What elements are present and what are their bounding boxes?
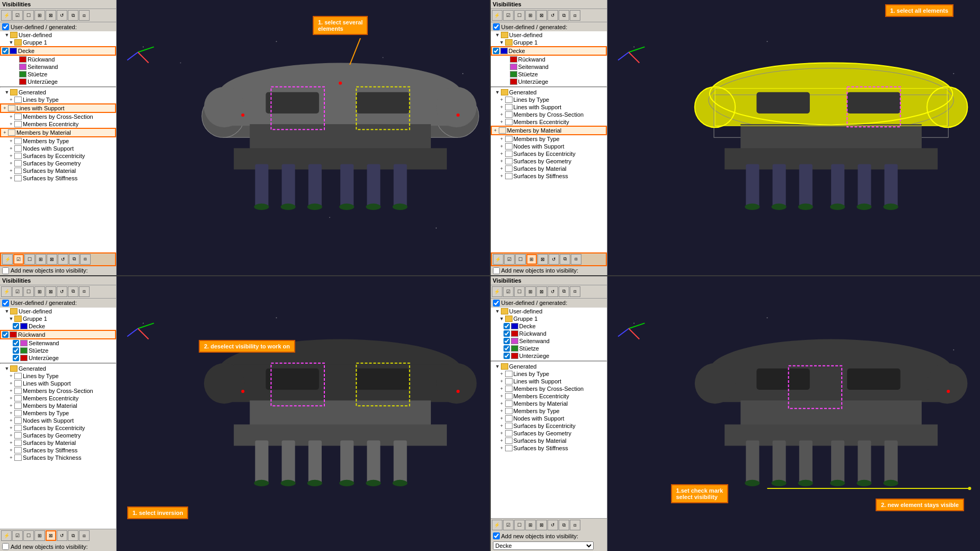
tree-item-bl-rueck[interactable]: Rückwand — [0, 330, 116, 339]
tree-item-tl-seit[interactable]: Seitenwand — [0, 63, 116, 71]
expander-br-g5[interactable]: + — [499, 401, 505, 406]
expander-br-g7[interactable]: + — [499, 416, 505, 421]
add-new-checkbox-tr[interactable] — [493, 267, 500, 274]
expander-br-g9[interactable]: + — [499, 431, 505, 436]
tree-item-tl-g8[interactable]: + Surfaces by Eccentricity — [0, 152, 116, 160]
tb-br-1[interactable]: ⚡ — [492, 286, 502, 297]
tb-tr-8[interactable]: ⧈ — [570, 10, 580, 21]
tree-item-br-g4[interactable]: + Members Eccentricity — [491, 392, 607, 400]
btb-tl-2[interactable]: ☑ — [13, 254, 24, 265]
expander-bl-g11[interactable]: + — [8, 448, 14, 453]
add-new-checkbox-bl[interactable] — [2, 543, 9, 550]
expander-tr-g8[interactable]: + — [499, 151, 505, 156]
btb-bl-8[interactable]: ⧈ — [79, 530, 90, 541]
tree-item-bl-1[interactable]: ▼ Gruppe 1 — [0, 315, 116, 322]
user-defined-check-tl[interactable]: User-defined / generated: — [0, 22, 116, 31]
tree-item-tr-decke[interactable]: Decke — [491, 46, 607, 56]
tb-tr-4[interactable]: ⊞ — [525, 10, 536, 21]
tree-item-bl-stuetze[interactable]: Stüetze — [0, 347, 116, 354]
tb-tl-6[interactable]: ↺ — [57, 10, 67, 21]
user-defined-check-bl[interactable]: User-defined / generated: — [0, 299, 116, 308]
tb-bl-7[interactable]: ⧉ — [68, 286, 78, 297]
tree-item-tl-g5[interactable]: + Members by Material — [0, 128, 116, 137]
expander-br-g10[interactable]: + — [499, 438, 505, 443]
tb-br-5[interactable]: ⊠ — [536, 286, 547, 297]
expander-bl-g7[interactable]: + — [8, 418, 14, 423]
btb-bl-1[interactable]: ⚡ — [1, 530, 12, 541]
btb-tl-5[interactable]: ⊠ — [47, 254, 57, 265]
tree-item-bl-g7[interactable]: + Nodes with Support — [0, 417, 116, 424]
expander-bl-g4[interactable]: + — [8, 396, 14, 401]
tree-item-tr-0[interactable]: ▼ User-defined — [491, 31, 607, 39]
check-tr-decke[interactable] — [493, 48, 499, 54]
expander-tr-g5[interactable]: + — [493, 128, 498, 133]
tree-item-br-0[interactable]: ▼ User-defined — [491, 308, 607, 315]
tree-item-tr-unter[interactable]: Unterzüege — [491, 78, 607, 85]
tree-item-br-g10[interactable]: + Surfaces by Material — [491, 437, 607, 444]
tree-item-tr-g11[interactable]: + Surfaces by Stiffness — [491, 172, 607, 180]
expander-br-g8[interactable]: + — [499, 423, 505, 428]
expander-tr-g7[interactable]: + — [499, 144, 505, 149]
check-br-unter[interactable] — [504, 353, 510, 359]
expander-tr-g3[interactable]: + — [499, 112, 505, 117]
check-br-decke[interactable] — [504, 323, 510, 329]
tree-item-tr-g1[interactable]: + Lines by Type — [491, 96, 607, 103]
tree-item-br-g3[interactable]: + Members by Cross-Section — [491, 385, 607, 392]
btb-br-8[interactable]: ⧈ — [570, 520, 580, 530]
tree-item-bl-g4[interactable]: + Members Eccentricity — [0, 395, 116, 402]
check-bl-unter[interactable] — [13, 355, 19, 361]
expander-br-g2[interactable]: + — [499, 379, 505, 384]
btb-br-6[interactable]: ↺ — [548, 520, 558, 530]
tree-item-bl-g9[interactable]: + Surfaces by Geometry — [0, 432, 116, 439]
tree-item-br-seit[interactable]: Seitenwand — [491, 337, 607, 345]
btb-br-7[interactable]: ⧉ — [559, 520, 569, 530]
expander-bl-g10[interactable]: + — [8, 440, 14, 445]
expander-bl-g12[interactable]: + — [8, 455, 14, 460]
tree-item-tl-0[interactable]: ▼ User-defined — [0, 31, 116, 39]
tree-item-tr-g10[interactable]: + Surfaces by Material — [491, 165, 607, 172]
user-defined-check-br[interactable]: User-defined / generated: — [491, 299, 607, 308]
expander-br-1[interactable]: ▼ — [499, 316, 505, 321]
tree-item-br-g7[interactable]: + Nodes with Support — [491, 415, 607, 422]
check-br-seit[interactable] — [504, 338, 510, 344]
tb-br-6[interactable]: ↺ — [548, 286, 558, 297]
tb-bl-5[interactable]: ⊠ — [46, 286, 56, 297]
btb-tr-7[interactable]: ⧉ — [560, 254, 570, 265]
tree-item-tr-g4[interactable]: + Members Eccentricity — [491, 118, 607, 126]
tree-item-tl-g3[interactable]: + Members by Cross-Section — [0, 113, 116, 120]
tree-item-tl-g6[interactable]: + Members by Type — [0, 137, 116, 145]
tb-tr-7[interactable]: ⧉ — [559, 10, 569, 21]
tb-tr-2[interactable]: ☑ — [503, 10, 514, 21]
btb-tl-6[interactable]: ↺ — [58, 254, 68, 265]
tree-item-bl-seit[interactable]: Seitenwand — [0, 339, 116, 347]
expander-bl-g9[interactable]: + — [8, 433, 14, 438]
btb-bl-2[interactable]: ☑ — [12, 530, 23, 541]
btb-bl-7[interactable]: ⧉ — [68, 530, 78, 541]
expander-tl-gen[interactable]: ▼ — [4, 90, 10, 95]
add-new-checkbox-tl[interactable] — [2, 267, 9, 274]
tree-item-tl-g2[interactable]: + Lines with Support — [0, 103, 116, 113]
tree-item-br-1[interactable]: ▼ Gruppe 1 — [491, 315, 607, 322]
expander-br-g11[interactable]: + — [499, 445, 505, 451]
expander-bl-1[interactable]: ▼ — [8, 316, 14, 321]
btb-tr-1[interactable]: ⚡ — [493, 254, 504, 265]
expander-tl-g9[interactable]: + — [8, 161, 14, 166]
btb-br-1[interactable]: ⚡ — [492, 520, 502, 530]
tb-br-2[interactable]: ☑ — [503, 286, 514, 297]
expander-tr-g2[interactable]: + — [499, 104, 505, 110]
tree-item-br-g11[interactable]: + Surfaces by Stiffness — [491, 444, 607, 452]
tb-tl-4[interactable]: ⊞ — [34, 10, 45, 21]
tb-br-4[interactable]: ⊞ — [525, 286, 536, 297]
tree-bl[interactable]: ▼ User-defined ▼ Gruppe 1 Decke Rückwand — [0, 308, 116, 529]
tree-item-tr-g8[interactable]: + Surfaces by Eccentricity — [491, 150, 607, 158]
btb-tl-7[interactable]: ⧉ — [69, 254, 80, 265]
tree-item-bl-g3[interactable]: + Members by Cross-Section — [0, 387, 116, 395]
expander-bl-g6[interactable]: + — [8, 410, 14, 416]
expander-bl-0[interactable]: ▼ — [4, 309, 10, 314]
tree-item-bl-g6[interactable]: + Members by Type — [0, 409, 116, 417]
tree-item-tl-g11[interactable]: + Surfaces by Stiffness — [0, 174, 116, 182]
expander-br-g6[interactable]: + — [499, 408, 505, 414]
tree-item-bl-decke[interactable]: Decke — [0, 322, 116, 330]
expander-bl-g8[interactable]: + — [8, 425, 14, 431]
tb-bl-3[interactable]: ☐ — [23, 286, 34, 297]
